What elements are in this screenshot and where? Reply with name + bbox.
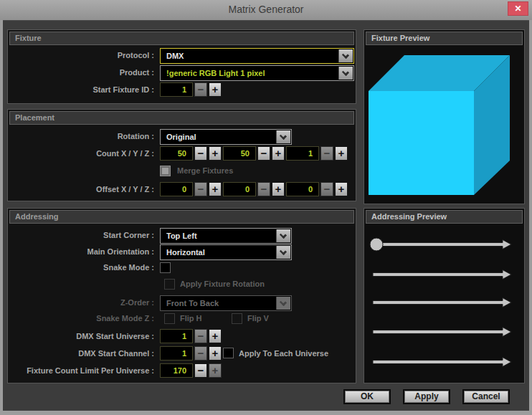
product-dropdown[interactable]: !generic RGB Light 1 pixel (160, 65, 354, 81)
z-order-label: Z-Order : (11, 295, 154, 310)
offset-z-plus-button[interactable]: + (335, 182, 348, 196)
start-fixture-id-field[interactable]: 1 (160, 82, 193, 97)
close-button[interactable]: ✕ (508, 1, 528, 16)
flip-h-label: Flip H (180, 313, 202, 324)
count-x-field[interactable]: 50 (160, 146, 193, 161)
apply-button[interactable]: Apply (404, 391, 449, 403)
minus-icon: − (261, 147, 267, 159)
dmx-start-universe-label: DMX Start Universe : (11, 329, 154, 344)
protocol-label: Protocol : (11, 48, 154, 63)
count-y-minus-button[interactable]: − (257, 146, 270, 161)
minus-icon: − (324, 147, 331, 159)
plus-icon: + (212, 147, 219, 159)
plus-icon: + (212, 364, 219, 376)
offset-y-field[interactable]: 0 (223, 182, 256, 196)
main-orientation-dropdown-button[interactable] (276, 246, 290, 259)
dmx-start-channel-field[interactable]: 1 (160, 346, 193, 361)
address-arrow (373, 358, 511, 367)
main-orientation-label: Main Orientation : (11, 244, 154, 259)
ok-button[interactable]: OK (345, 391, 389, 403)
merge-fixtures-label: Merge Fixtures (177, 166, 233, 176)
offset-z-field[interactable]: 0 (286, 182, 319, 196)
protocol-value: DMX (166, 49, 336, 63)
dmx-start-channel-plus-button[interactable]: + (209, 346, 222, 361)
close-icon: ✕ (514, 4, 521, 14)
fixture-preview-cube (364, 30, 526, 205)
start-fixture-id-label: Start Fixture ID : (11, 82, 154, 97)
matrix-generator-dialog: Matrix Generator ✕ Fixture Protocol : DM… (0, 0, 532, 415)
fixture-preview-panel: Fixture Preview (364, 29, 525, 204)
rotation-label: Rotation : (11, 129, 154, 144)
window-title: Matrix Generator (0, 4, 532, 15)
cancel-button[interactable]: Cancel (464, 391, 508, 403)
z-order-dropdown: Front To Back (160, 295, 292, 311)
offset-x-plus-button[interactable]: + (209, 182, 222, 196)
main-orientation-dropdown[interactable]: Horizontal (160, 244, 292, 260)
z-order-value: Front To Back (166, 296, 274, 310)
start-corner-value: Top Left (166, 229, 274, 243)
fixture-count-limit-field[interactable]: 170 (160, 363, 193, 378)
addressing-preview-panel: Addressing Preview (364, 208, 525, 383)
rotation-dropdown-button[interactable] (276, 130, 290, 143)
apply-fixture-rotation-label: Apply Fixture Rotation (180, 279, 265, 290)
product-label: Product : (11, 65, 154, 80)
title-bar: Matrix Generator ✕ (0, 0, 532, 20)
protocol-dropdown[interactable]: DMX (160, 48, 354, 64)
start-corner-dropdown-button[interactable] (276, 229, 290, 242)
start-corner-dropdown[interactable]: Top Left (160, 228, 292, 244)
chevron-down-icon (280, 133, 287, 140)
product-value: !generic RGB Light 1 pixel (166, 66, 336, 80)
minus-icon: − (198, 364, 204, 376)
chevron-down-icon (342, 52, 349, 59)
fixture-count-limit-label: Fixture Count Limit Per Universe : (11, 363, 154, 378)
address-arrow (373, 298, 511, 307)
address-arrow (373, 240, 511, 249)
address-arrow (373, 270, 511, 280)
z-order-dropdown-button (276, 297, 290, 310)
chevron-down-icon (342, 69, 349, 76)
address-start-knob (370, 238, 383, 251)
dmx-start-universe-plus-button[interactable]: + (209, 329, 222, 343)
offset-x-field[interactable]: 0 (160, 182, 193, 196)
placement-group: Placement Rotation : Original Count X / … (7, 109, 356, 201)
offset-y-plus-button[interactable]: + (272, 182, 285, 196)
offset-x-minus-button: − (194, 182, 207, 196)
count-x-minus-button[interactable]: − (194, 146, 207, 161)
count-z-field[interactable]: 1 (286, 146, 319, 161)
rotation-value: Original (166, 130, 274, 144)
count-x-plus-button[interactable]: + (209, 146, 222, 161)
fixture-count-limit-minus-button[interactable]: − (194, 363, 207, 378)
count-y-field[interactable]: 50 (223, 146, 256, 161)
chevron-down-icon (280, 248, 287, 255)
fixture-group: Fixture Protocol : DMX Product : !generi… (7, 29, 356, 104)
snake-mode-label: Snake Mode : (11, 262, 154, 273)
start-corner-label: Start Corner : (11, 228, 154, 243)
fixture-group-header: Fixture (9, 32, 354, 45)
count-z-plus-button[interactable]: + (335, 146, 348, 161)
snake-mode-z-label: Snake Mode Z : (11, 313, 154, 324)
start-fixture-id-plus-button[interactable]: + (209, 82, 222, 97)
flip-v-checkbox (232, 313, 242, 324)
count-xyz-label: Count X / Y / Z : (11, 146, 154, 161)
count-y-plus-button[interactable]: + (272, 146, 285, 161)
minus-icon: − (324, 183, 331, 195)
snake-mode-checkbox[interactable] (160, 262, 171, 273)
minus-icon: − (261, 183, 267, 195)
flip-h-checkbox (164, 313, 175, 324)
plus-icon: + (212, 83, 219, 95)
minus-icon: − (198, 147, 204, 159)
fixture-count-limit-plus-button: + (209, 363, 222, 378)
offset-xyz-label: Offset X / Y / Z : (11, 182, 154, 197)
offset-y-minus-button: − (257, 182, 270, 196)
plus-icon: + (212, 183, 219, 195)
product-dropdown-button[interactable] (338, 67, 353, 80)
plus-icon: + (338, 183, 345, 195)
minus-icon: − (198, 330, 204, 342)
count-z-minus-button: − (320, 146, 333, 161)
apply-to-each-universe-checkbox[interactable] (223, 348, 234, 358)
dmx-start-universe-field[interactable]: 1 (160, 329, 193, 343)
minus-icon: − (198, 83, 204, 95)
rotation-dropdown[interactable]: Original (160, 129, 292, 145)
plus-icon: + (338, 147, 345, 159)
protocol-dropdown-button[interactable] (338, 49, 353, 62)
